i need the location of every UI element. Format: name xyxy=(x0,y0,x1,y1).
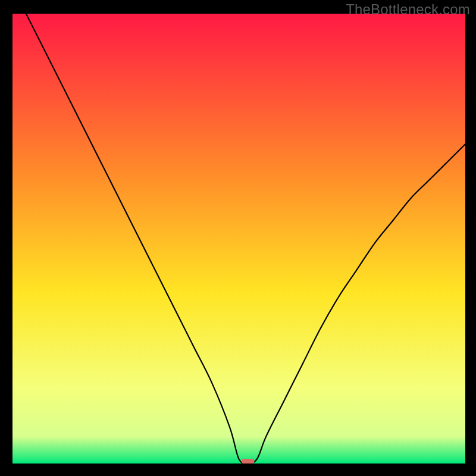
watermark-label: TheBottleneck.com xyxy=(346,1,470,18)
chart-svg xyxy=(12,14,465,464)
chart-background-gradient xyxy=(12,14,465,464)
chart-container: TheBottleneck.com xyxy=(0,0,476,476)
minimum-marker xyxy=(242,459,254,464)
